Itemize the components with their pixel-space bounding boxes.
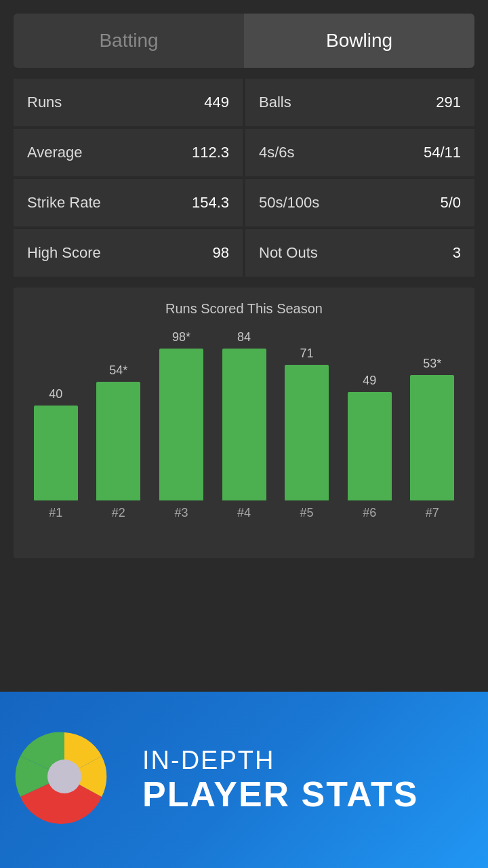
stat-strike-rate: Strike Rate 154.3 (14, 179, 243, 226)
bar-match-label: #6 (363, 506, 376, 520)
bar-rect (34, 406, 78, 500)
chart-area: 40#154*#298*#384#471#549#653*#7 (24, 330, 464, 547)
stat-strike-rate-value: 154.3 (192, 194, 229, 212)
stat-50s100s-label: 50s/100s (259, 194, 319, 212)
bar-score-label: 49 (363, 374, 376, 388)
tab-batting[interactable]: Batting (14, 14, 244, 68)
bar-match-label: #4 (237, 506, 251, 520)
stat-not-outs-label: Not Outs (259, 244, 318, 262)
stat-runs: Runs 449 (14, 79, 243, 126)
bar-score-label: 98* (172, 330, 190, 344)
stat-4s6s-label: 4s/6s (259, 144, 295, 161)
stat-4s6s: 4s/6s 54/11 (245, 129, 474, 176)
stat-runs-value: 449 (204, 94, 229, 111)
bar-score-label: 54* (109, 363, 127, 378)
bar-match-label: #2 (112, 506, 125, 520)
tab-batting-label: Batting (99, 30, 158, 52)
stat-4s6s-value: 54/11 (424, 144, 461, 161)
stat-average: Average 112.3 (14, 129, 243, 176)
stat-average-value: 112.3 (192, 144, 229, 161)
bar-rect (96, 382, 140, 500)
footer-line2: PLAYER STATS (142, 775, 418, 814)
bar-score-label: 84 (237, 330, 251, 344)
bar-match-label: #7 (426, 506, 439, 520)
tab-bar: Batting Bowling (14, 14, 474, 68)
footer-banner: IN-DEPTH PLAYER STATS (0, 692, 488, 868)
stat-high-score: High Score 98 (14, 229, 243, 277)
bar-score-label: 71 (300, 347, 314, 361)
stat-not-outs-value: 3 (453, 244, 461, 262)
stat-50s100s: 50s/100s 5/0 (245, 179, 474, 226)
bar-score-label: 53* (423, 357, 441, 371)
bar-score-label: 40 (49, 387, 62, 401)
chart-title: Runs Scored This Season (24, 301, 464, 317)
stat-runs-label: Runs (27, 94, 62, 111)
bar-rect (348, 392, 392, 500)
bar-group: 71#5 (275, 330, 338, 520)
tab-bowling[interactable]: Bowling (244, 14, 474, 68)
chart-section: Runs Scored This Season 40#154*#298*#384… (14, 288, 474, 558)
stat-balls-value: 291 (436, 94, 461, 111)
bar-match-label: #5 (300, 506, 314, 520)
footer-logo (14, 726, 122, 834)
stats-grid: Runs 449 Balls 291 Average 112.3 4s/6s 5… (14, 79, 474, 277)
bar-group: 98*#3 (150, 330, 213, 520)
bar-rect (159, 349, 203, 500)
svg-point-0 (47, 760, 81, 793)
stat-average-label: Average (27, 144, 83, 161)
footer-text: IN-DEPTH PLAYER STATS (142, 746, 418, 814)
stat-not-outs: Not Outs 3 (245, 229, 474, 277)
bar-rect (285, 365, 329, 500)
bar-match-label: #3 (174, 506, 188, 520)
bar-group: 84#4 (213, 330, 276, 520)
bar-rect (410, 375, 454, 500)
tab-bowling-label: Bowling (326, 30, 392, 52)
stat-strike-rate-label: Strike Rate (27, 194, 101, 212)
stat-balls-label: Balls (259, 94, 291, 111)
bar-group: 40#1 (24, 330, 87, 520)
bar-group: 54*#2 (87, 330, 150, 520)
bar-group: 53*#7 (401, 330, 464, 520)
stat-balls: Balls 291 (245, 79, 474, 126)
stat-50s100s-value: 5/0 (440, 194, 461, 212)
stat-high-score-value: 98 (213, 244, 229, 262)
stat-high-score-label: High Score (27, 244, 101, 262)
bar-rect (222, 349, 266, 500)
bar-match-label: #1 (49, 506, 62, 520)
bar-group: 49#6 (338, 330, 401, 520)
footer-line1: IN-DEPTH (142, 746, 418, 775)
